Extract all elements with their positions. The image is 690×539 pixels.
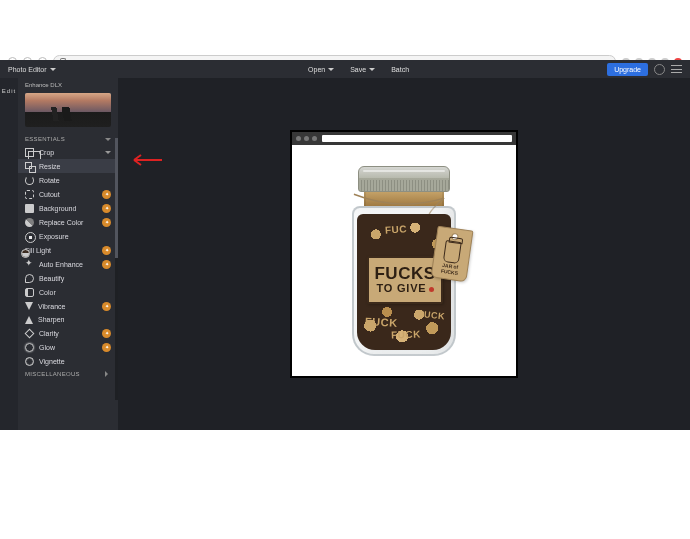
clarity-icon <box>25 328 35 338</box>
glow-icon <box>25 343 34 352</box>
tool-glow[interactable]: Glow <box>18 340 118 354</box>
image-frame: FUC FUCK FUCK FUCK FUCKS TO GIVE <box>290 130 518 378</box>
hang-tag: JAR of FUCKS <box>431 225 474 282</box>
vignette-icon <box>25 357 34 366</box>
cutout-icon <box>25 190 34 199</box>
tool-exposure[interactable]: Exposure <box>18 229 118 243</box>
chevron-right-icon <box>105 371 111 377</box>
label-line1: FUCKS <box>374 265 435 282</box>
replace-color-icon <box>25 218 34 227</box>
premium-badge-icon <box>102 302 111 311</box>
open-menu[interactable]: Open <box>308 66 334 73</box>
upgrade-button[interactable]: Upgrade <box>607 63 648 76</box>
chevron-down-icon <box>50 68 56 71</box>
section-miscellaneous[interactable]: MISCELLANEOUS <box>18 368 118 380</box>
scatter-text: FUCK <box>391 328 421 340</box>
app-topbar: Photo Editor Open Save Batch Upgrade <box>0 60 690 78</box>
edit-rail-label: Edit <box>2 88 16 430</box>
label-line2: TO GIVE <box>376 282 433 294</box>
exposure-icon <box>25 232 34 241</box>
traffic-light-icon <box>304 136 309 141</box>
tool-rotate[interactable]: Rotate <box>18 173 118 187</box>
tool-auto-enhance[interactable]: Auto Enhance <box>18 257 118 271</box>
scatter-text: FUC <box>385 223 408 236</box>
premium-badge-icon <box>102 218 111 227</box>
tag-jar-icon <box>443 240 462 264</box>
scatter-text: FUCK <box>365 315 398 329</box>
image-thumbnail[interactable] <box>25 93 111 127</box>
tool-beautify[interactable]: Beautify <box>18 271 118 285</box>
app-menu[interactable]: Photo Editor <box>8 66 110 73</box>
batch-menu[interactable]: Batch <box>391 66 409 73</box>
chevron-down-icon <box>328 68 334 71</box>
vibrance-icon <box>25 302 33 310</box>
app-name: Photo Editor <box>8 66 47 73</box>
sidebar-tab-label: Enhance DLX <box>18 78 118 90</box>
tool-clarity[interactable]: Clarity <box>18 326 118 340</box>
resize-icon <box>25 162 34 171</box>
left-rail: Edit <box>0 78 18 430</box>
crop-icon <box>25 148 34 157</box>
tool-replace-color[interactable]: Replace Color <box>18 215 118 229</box>
traffic-light-icon <box>296 136 301 141</box>
chevron-down-icon <box>369 68 375 71</box>
auto-enhance-icon <box>25 260 34 269</box>
canvas-area[interactable]: FUC FUCK FUCK FUCK FUCKS TO GIVE <box>118 78 690 430</box>
tool-fill-light[interactable]: Fill Light <box>18 243 118 257</box>
edited-image[interactable]: FUC FUCK FUCK FUCK FUCKS TO GIVE <box>292 145 516 376</box>
main-area: Edit Enhance DLX ESSENTIALS Crop Resize … <box>0 78 690 430</box>
premium-badge-icon <box>102 260 111 269</box>
scatter-text: FUCK <box>418 308 446 321</box>
background-icon <box>25 204 34 213</box>
tool-color[interactable]: Color <box>18 285 118 299</box>
mock-address-bar <box>322 135 512 142</box>
beautify-icon <box>25 274 34 283</box>
product-jar: FUC FUCK FUCK FUCK FUCKS TO GIVE <box>344 166 464 356</box>
premium-badge-icon <box>102 190 111 199</box>
app-window: Photo Editor Open Save Batch Upgrade Edi… <box>0 60 690 440</box>
color-icon <box>25 288 34 297</box>
tool-crop[interactable]: Crop <box>18 145 118 159</box>
chevron-down-icon <box>105 151 111 154</box>
jar-lid <box>358 166 450 192</box>
save-menu[interactable]: Save <box>350 66 375 73</box>
rotate-icon <box>25 176 34 185</box>
section-essentials[interactable]: ESSENTIALS <box>18 133 118 145</box>
premium-badge-icon <box>102 343 111 352</box>
tag-text-2: FUCKS <box>441 268 459 275</box>
mock-window-chrome <box>292 132 516 145</box>
hamburger-icon[interactable] <box>671 65 682 73</box>
help-icon[interactable] <box>654 64 665 75</box>
sidebar: Enhance DLX ESSENTIALS Crop Resize Rotat… <box>18 78 118 430</box>
tool-sharpen[interactable]: Sharpen <box>18 313 118 326</box>
premium-badge-icon <box>102 246 111 255</box>
tool-resize[interactable]: Resize <box>18 159 118 173</box>
annotation-arrow-icon <box>132 153 166 167</box>
premium-badge-icon <box>102 329 111 338</box>
tool-background[interactable]: Background <box>18 201 118 215</box>
sharpen-icon <box>25 316 33 324</box>
tool-vignette[interactable]: Vignette <box>18 354 118 368</box>
label-dot-icon <box>429 287 434 292</box>
jar-neck <box>364 192 444 206</box>
tool-vibrance[interactable]: Vibrance <box>18 299 118 313</box>
premium-badge-icon <box>102 204 111 213</box>
traffic-light-icon <box>312 136 317 141</box>
chevron-down-icon <box>105 138 111 141</box>
tool-cutout[interactable]: Cutout <box>18 187 118 201</box>
